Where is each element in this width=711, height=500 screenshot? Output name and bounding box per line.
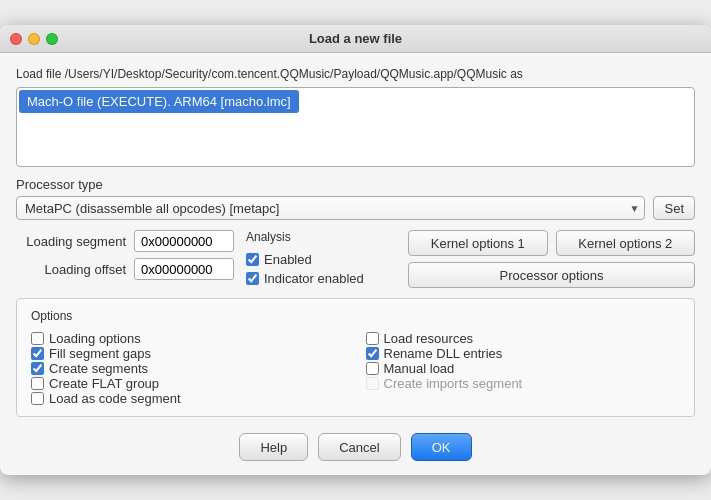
- loading-segment-input[interactable]: [134, 230, 234, 252]
- loading-offset-row: Loading offset: [16, 258, 234, 280]
- kernel-options-2-button[interactable]: Kernel options 2: [556, 230, 696, 256]
- file-list-item[interactable]: Mach-O file (EXECUTE). ARM64 [macho.lmc]: [19, 90, 299, 113]
- ok-button[interactable]: OK: [411, 433, 472, 461]
- analysis-group: Analysis Enabled Indicator enabled: [246, 230, 396, 286]
- enabled-label: Enabled: [264, 252, 312, 267]
- options-grid: Loading options Fill segment gaps Create…: [31, 331, 680, 406]
- content-area: Load file /Users/YI/Desktop/Security/com…: [0, 53, 711, 475]
- rename-dll-checkbox-row[interactable]: Rename DLL entries: [366, 346, 681, 361]
- create-segments-label: Create segments: [49, 361, 148, 376]
- maximize-button[interactable]: [46, 33, 58, 45]
- bottom-buttons: Help Cancel OK: [16, 429, 695, 461]
- processor-type-select[interactable]: MetaPC (disassemble all opcodes) [metapc…: [16, 196, 645, 220]
- create-flat-group-checkbox-row[interactable]: Create FLAT group: [31, 376, 346, 391]
- window-title: Load a new file: [309, 31, 402, 46]
- options-right-col: Load resources Rename DLL entries Manual…: [366, 331, 681, 406]
- enabled-checkbox-row[interactable]: Enabled: [246, 252, 396, 267]
- processor-type-row: MetaPC (disassemble all opcodes) [metapc…: [16, 196, 695, 220]
- set-button[interactable]: Set: [653, 196, 695, 220]
- file-path-label: Load file /Users/YI/Desktop/Security/com…: [16, 67, 695, 81]
- fill-segment-gaps-checkbox-row[interactable]: Fill segment gaps: [31, 346, 346, 361]
- processor-type-select-wrapper: MetaPC (disassemble all opcodes) [metapc…: [16, 196, 645, 220]
- manual-load-checkbox[interactable]: [366, 362, 379, 375]
- loading-segment-label: Loading segment: [16, 234, 126, 249]
- loading-options-checkbox-row[interactable]: Loading options: [31, 331, 346, 346]
- titlebar: Load a new file: [0, 25, 711, 53]
- main-window: Load a new file Load file /Users/YI/Desk…: [0, 25, 711, 475]
- loading-offset-input[interactable]: [134, 258, 234, 280]
- indicator-label: Indicator enabled: [264, 271, 364, 286]
- kernel-options-1-button[interactable]: Kernel options 1: [408, 230, 548, 256]
- rename-dll-label: Rename DLL entries: [384, 346, 503, 361]
- loading-segment-row: Loading segment: [16, 230, 234, 252]
- processor-type-label: Processor type: [16, 177, 695, 192]
- cancel-button[interactable]: Cancel: [318, 433, 400, 461]
- rename-dll-checkbox[interactable]: [366, 347, 379, 360]
- create-imports-checkbox-row[interactable]: Create imports segment: [366, 376, 681, 391]
- load-as-code-checkbox-row[interactable]: Load as code segment: [31, 391, 346, 406]
- middle-row: Loading segment Loading offset Analysis …: [16, 230, 695, 288]
- left-inputs: Loading segment Loading offset: [16, 230, 234, 280]
- create-imports-checkbox: [366, 377, 379, 390]
- fill-segment-gaps-checkbox[interactable]: [31, 347, 44, 360]
- fill-segment-gaps-label: Fill segment gaps: [49, 346, 151, 361]
- manual-load-label: Manual load: [384, 361, 455, 376]
- load-resources-checkbox-row[interactable]: Load resources: [366, 331, 681, 346]
- close-button[interactable]: [10, 33, 22, 45]
- indicator-checkbox[interactable]: [246, 272, 259, 285]
- load-as-code-checkbox[interactable]: [31, 392, 44, 405]
- loading-offset-label: Loading offset: [16, 262, 126, 277]
- buttons-group: Kernel options 1 Kernel options 2 Proces…: [408, 230, 695, 288]
- create-imports-label: Create imports segment: [384, 376, 523, 391]
- traffic-lights: [10, 33, 58, 45]
- load-as-code-label: Load as code segment: [49, 391, 181, 406]
- create-segments-checkbox-row[interactable]: Create segments: [31, 361, 346, 376]
- options-title: Options: [31, 309, 680, 323]
- analysis-label: Analysis: [246, 230, 396, 244]
- indicator-checkbox-row[interactable]: Indicator enabled: [246, 271, 396, 286]
- loading-options-label: Loading options: [49, 331, 141, 346]
- kernel-buttons-row: Kernel options 1 Kernel options 2: [408, 230, 695, 256]
- load-resources-checkbox[interactable]: [366, 332, 379, 345]
- create-flat-group-checkbox[interactable]: [31, 377, 44, 390]
- create-flat-group-label: Create FLAT group: [49, 376, 159, 391]
- file-list[interactable]: Mach-O file (EXECUTE). ARM64 [macho.lmc]: [16, 87, 695, 167]
- processor-options-button[interactable]: Processor options: [408, 262, 695, 288]
- help-button[interactable]: Help: [239, 433, 308, 461]
- create-segments-checkbox[interactable]: [31, 362, 44, 375]
- manual-load-checkbox-row[interactable]: Manual load: [366, 361, 681, 376]
- enabled-checkbox[interactable]: [246, 253, 259, 266]
- loading-options-checkbox[interactable]: [31, 332, 44, 345]
- load-resources-label: Load resources: [384, 331, 474, 346]
- options-left-col: Loading options Fill segment gaps Create…: [31, 331, 346, 406]
- options-section: Options Loading options Fill segment gap…: [16, 298, 695, 417]
- minimize-button[interactable]: [28, 33, 40, 45]
